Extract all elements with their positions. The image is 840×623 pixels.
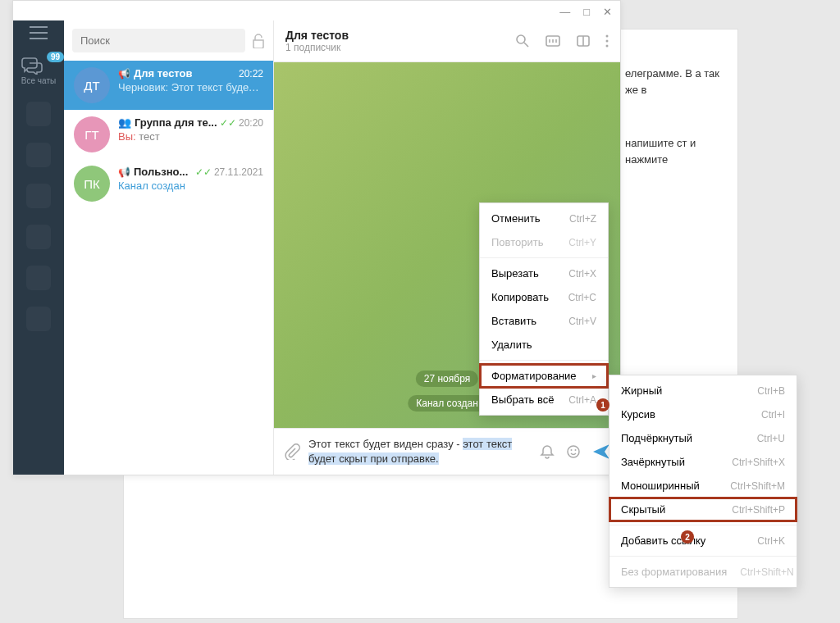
message-input-area: Этот текст будет виден сразу - этот текс… bbox=[274, 428, 620, 475]
menu-shortcut: Ctrl+Shift+M bbox=[730, 480, 785, 492]
menu-item-label: Копировать bbox=[491, 291, 549, 303]
stream-icon[interactable] bbox=[545, 34, 561, 48]
menu-item-label: Вставить bbox=[491, 315, 536, 327]
chat-preview: Черновик: Этот текст будет ... bbox=[118, 81, 263, 93]
sidepanel-icon[interactable] bbox=[576, 34, 591, 48]
menu-shortcut: Ctrl+U bbox=[757, 433, 785, 444]
megaphone-icon: 📢 bbox=[118, 166, 130, 178]
menu-item[interactable]: ВырезатьCtrl+X bbox=[480, 261, 608, 285]
chat-list: ДТ 📢 Для тестов 20:22 Черновик: Этот тек… bbox=[64, 20, 274, 475]
avatar: ГТ bbox=[74, 116, 110, 152]
menu-button[interactable] bbox=[30, 32, 48, 34]
chat-item[interactable]: ГТ 👥 Группа для те... ✓✓ 20:20 Вы: bbox=[64, 110, 273, 159]
svg-point-10 bbox=[606, 45, 609, 48]
menu-item[interactable]: КопироватьCtrl+C bbox=[480, 285, 608, 309]
menu-item[interactable]: ЖирныйCtrl+B bbox=[609, 379, 797, 402]
leftbar-placeholder bbox=[26, 225, 51, 249]
avatar: ДТ bbox=[74, 67, 110, 103]
svg-point-0 bbox=[517, 35, 525, 43]
notifications-icon[interactable] bbox=[540, 444, 555, 459]
menu-item-label: Форматирование bbox=[491, 370, 577, 382]
emoji-icon[interactable] bbox=[566, 444, 581, 459]
group-icon: 👥 bbox=[118, 116, 131, 129]
chat-time: ✓✓ 20:20 bbox=[220, 117, 263, 129]
menu-shortcut: Ctrl+B bbox=[757, 385, 785, 397]
menu-item-label: Скрытый bbox=[621, 503, 665, 516]
menu-item[interactable]: ЗачёркнутыйCtrl+Shift+X bbox=[609, 450, 797, 474]
menu-shortcut: Ctrl+V bbox=[568, 316, 596, 327]
menu-item[interactable]: ОтменитьCtrl+Z bbox=[480, 207, 608, 230]
send-button[interactable] bbox=[592, 443, 610, 460]
menu-item[interactable]: Выбрать всёCtrl+A bbox=[480, 388, 608, 412]
menu-separator bbox=[480, 257, 608, 258]
menu-shortcut: Ctrl+Z bbox=[569, 213, 596, 225]
chat-name: 👥 Группа для те... bbox=[118, 116, 217, 129]
chat-list-header bbox=[64, 20, 273, 61]
svg-point-8 bbox=[606, 35, 609, 38]
svg-point-13 bbox=[575, 449, 577, 451]
lock-icon[interactable] bbox=[252, 34, 265, 48]
chat-header[interactable]: Для тестов 1 подписчик bbox=[274, 20, 620, 62]
menu-item[interactable]: Добавить ссылкуCtrl+K bbox=[609, 529, 797, 553]
all-chats-tab[interactable]: 99 Все чаты bbox=[21, 57, 56, 85]
leftbar-placeholder bbox=[26, 184, 51, 208]
article-fragment-1: елеграмме. В а так же в bbox=[625, 66, 732, 98]
menu-item[interactable]: Форматирование▸ bbox=[480, 364, 608, 388]
menu-item-label: Выбрать всё bbox=[491, 393, 554, 406]
avatar: ПК bbox=[74, 166, 110, 202]
context-menu: ОтменитьCtrl+ZПовторитьCtrl+YВырезатьCtr… bbox=[479, 202, 609, 416]
all-chats-label: Все чаты bbox=[21, 76, 56, 85]
leftbar-placeholder bbox=[26, 266, 51, 290]
menu-separator bbox=[480, 360, 608, 361]
maximize-button[interactable]: □ bbox=[580, 4, 593, 20]
chat-item[interactable]: ДТ 📢 Для тестов 20:22 Черновик: Этот тек… bbox=[64, 61, 273, 110]
menu-item-label: Повторить bbox=[491, 236, 543, 248]
menu-separator bbox=[609, 525, 797, 525]
menu-item[interactable]: МоноширинныйCtrl+Shift+M bbox=[609, 474, 797, 498]
more-icon[interactable] bbox=[605, 34, 609, 48]
megaphone-icon: 📢 bbox=[118, 68, 130, 80]
message-input[interactable]: Этот текст будет виден сразу - этот текс… bbox=[308, 437, 532, 466]
menu-item[interactable]: ПодчёркнутыйCtrl+U bbox=[609, 426, 797, 450]
menu-item[interactable]: СкрытыйCtrl+Shift+P bbox=[609, 498, 797, 521]
leftbar-placeholder bbox=[26, 307, 51, 331]
chat-preview: Канал создан bbox=[118, 180, 263, 192]
menu-item-label: Курсив bbox=[621, 408, 655, 421]
leftbar: 99 Все чаты bbox=[13, 20, 64, 475]
menu-shortcut: Ctrl+Shift+P bbox=[732, 504, 785, 516]
leftbar-placeholder bbox=[26, 143, 51, 167]
minimize-button[interactable]: — bbox=[556, 4, 573, 20]
chat-title: Для тестов bbox=[285, 29, 505, 42]
search-input[interactable] bbox=[72, 29, 245, 52]
chat-name: 📢 Для тестов bbox=[118, 67, 193, 80]
close-button[interactable]: ✕ bbox=[600, 4, 615, 20]
leftbar-placeholder bbox=[26, 102, 51, 126]
date-badge: 27 ноября bbox=[416, 371, 478, 387]
unread-badge: 99 bbox=[47, 52, 64, 62]
format-submenu: ЖирныйCtrl+BКурсивCtrl+IПодчёркнутыйCtrl… bbox=[609, 375, 797, 588]
menu-item[interactable]: ВставитьCtrl+V bbox=[480, 309, 608, 333]
svg-line-1 bbox=[524, 43, 528, 47]
read-checks-icon: ✓✓ bbox=[195, 166, 212, 178]
menu-shortcut: Ctrl+Shift+X bbox=[732, 457, 785, 468]
chat-subtitle: 1 подписчик bbox=[285, 42, 505, 53]
menu-item-label: Жирный bbox=[621, 384, 662, 397]
chat-time: 20:22 bbox=[239, 68, 263, 80]
chat-name: 📢 Пользно... bbox=[118, 166, 188, 178]
annotation-marker-2: 2 bbox=[681, 530, 694, 543]
menu-item: ПовторитьCtrl+Y bbox=[480, 230, 608, 254]
menu-item[interactable]: КурсивCtrl+I bbox=[609, 402, 797, 426]
search-icon[interactable] bbox=[515, 34, 530, 48]
chat-preview: Вы: тест bbox=[118, 130, 263, 143]
menu-item-label: Подчёркнутый bbox=[621, 432, 692, 444]
submenu-arrow-icon: ▸ bbox=[592, 371, 596, 380]
annotation-marker-1: 1 bbox=[596, 398, 609, 412]
attach-icon[interactable] bbox=[284, 443, 300, 460]
menu-shortcut: Ctrl+A bbox=[568, 394, 596, 406]
hamburger-icon bbox=[30, 32, 48, 34]
article-fragment-2: напишите ст и нажмите bbox=[625, 135, 732, 167]
chat-bubbles-icon: 99 bbox=[21, 57, 56, 75]
menu-item-label: Без форматирования bbox=[621, 566, 727, 578]
menu-item[interactable]: Удалить bbox=[480, 333, 608, 357]
chat-item[interactable]: ПК 📢 Пользно... ✓✓ 27.11.2021 Канал с bbox=[64, 159, 273, 208]
